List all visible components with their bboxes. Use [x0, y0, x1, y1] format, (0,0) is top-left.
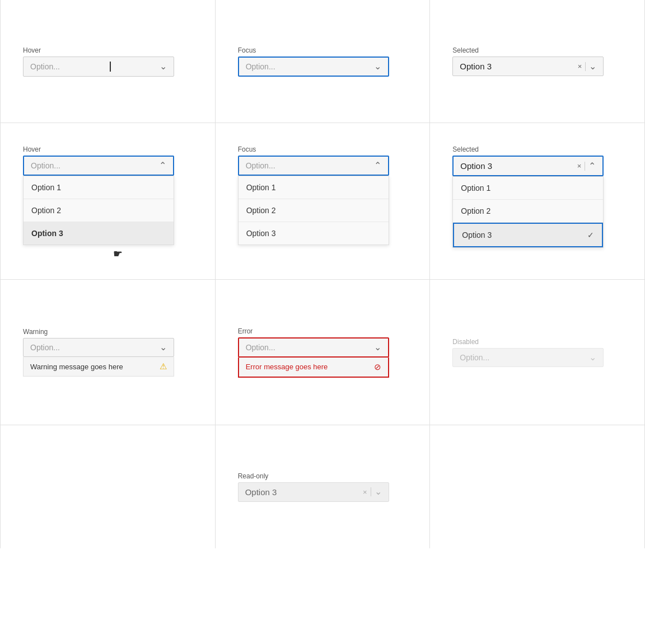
text-cursor	[110, 62, 111, 72]
chevron-down-icon[interactable]	[374, 62, 381, 71]
focus-option-2[interactable]: Option 2	[239, 199, 389, 222]
error-message-bar: Error message goes here	[238, 358, 389, 378]
selected-open-value: Option 3	[460, 161, 492, 171]
focus-open-wrapper: Focus Option... Option 1 Option 2 Option…	[238, 145, 389, 245]
hover-open-menu: Option 1 Option 2 Option 3 ☛	[23, 176, 174, 245]
error-message-text: Error message goes here	[246, 363, 328, 371]
hover-open-label: Hover	[23, 145, 174, 153]
readonly-label: Read-only	[238, 472, 389, 480]
warning-message-text: Warning message goes here	[30, 363, 123, 371]
hover-open-wrapper: Hover Option... Option 1 Option 2 Option…	[23, 145, 174, 245]
selected-option-2[interactable]: Option 2	[453, 200, 603, 223]
warning-message-bar: Warning message goes here	[23, 357, 174, 377]
hand-cursor-icon: ☛	[113, 248, 122, 260]
hover-open-placeholder: Option...	[31, 161, 60, 170]
readonly-dropdown-box: Option 3 ×	[238, 482, 389, 502]
chevron-down-icon	[589, 353, 596, 362]
selected-open-box[interactable]: Option 3 ×	[452, 156, 604, 176]
chevron-down-icon[interactable]	[374, 343, 381, 352]
focus-dropdown-box[interactable]: Option...	[238, 57, 389, 77]
warning-icon	[160, 361, 167, 372]
selected-open-controls: ×	[577, 162, 596, 171]
cell-empty-left	[1, 425, 216, 548]
chevron-up-icon[interactable]	[374, 161, 381, 170]
checkmark-icon	[587, 231, 594, 239]
chevron-down-icon[interactable]	[160, 62, 167, 71]
error-dropdown-box[interactable]: Option...	[238, 337, 389, 358]
cell-readonly: Read-only Option 3 ×	[216, 425, 431, 548]
disabled-placeholder: Option...	[460, 353, 489, 362]
focus-open-placeholder: Option...	[246, 161, 275, 170]
hover-open-box[interactable]: Option...	[23, 156, 174, 176]
readonly-wrapper: Read-only Option 3 ×	[238, 472, 389, 502]
warning-dropdown-box[interactable]: Option...	[23, 338, 174, 357]
separator	[585, 62, 586, 71]
cell-hover-closed: Hover Option...	[1, 0, 216, 123]
warning-wrapper: Warning Option... Warning message goes h…	[23, 328, 174, 377]
focus-placeholder: Option...	[246, 62, 275, 71]
option-item-3-hovered[interactable]: Option 3 ☛	[24, 222, 174, 245]
disabled-label: Disabled	[452, 338, 604, 346]
focus-option-1[interactable]: Option 1	[239, 176, 389, 199]
selected-label: Selected	[452, 46, 604, 54]
selected-open-label: Selected	[452, 145, 604, 153]
hover-dropdown-box[interactable]: Option...	[23, 57, 174, 77]
focus-option-3[interactable]: Option 3	[239, 222, 389, 245]
separator	[585, 162, 585, 171]
cell-disabled: Disabled Option...	[430, 280, 645, 425]
warning-label: Warning	[23, 328, 174, 336]
clear-icon[interactable]: ×	[577, 162, 582, 170]
warning-placeholder: Option...	[30, 343, 60, 352]
disabled-dropdown-box: Option...	[452, 348, 604, 367]
cell-focus-closed: Focus Option...	[216, 0, 431, 123]
cell-selected-closed: Selected Option 3 ×	[430, 0, 645, 123]
cell-selected-open: Selected Option 3 × Option 1 Option 2 Op…	[430, 123, 645, 280]
cell-warning: Warning Option... Warning message goes h…	[1, 280, 216, 425]
clear-icon[interactable]: ×	[578, 62, 582, 70]
cell-focus-open: Focus Option... Option 1 Option 2 Option…	[216, 123, 431, 280]
hover-placeholder: Option...	[30, 62, 60, 71]
selected-dropdown-box[interactable]: Option 3 ×	[452, 57, 604, 76]
focus-dropdown-wrapper: Focus Option...	[238, 46, 389, 77]
error-icon	[374, 362, 381, 372]
selected-option-3[interactable]: Option 3	[453, 223, 603, 247]
error-label: Error	[238, 327, 389, 335]
hover-dropdown-wrapper: Hover Option...	[23, 46, 174, 77]
separator	[371, 487, 371, 496]
clear-icon: ×	[363, 488, 367, 496]
chevron-down-icon	[375, 487, 382, 496]
error-wrapper: Error Option... Error message goes here	[238, 327, 389, 378]
selected-controls: ×	[578, 62, 597, 71]
error-placeholder: Option...	[246, 343, 275, 352]
selected-option-1[interactable]: Option 1	[453, 177, 603, 200]
chevron-up-icon[interactable]	[159, 161, 166, 170]
focus-open-label: Focus	[238, 145, 389, 153]
focus-open-box[interactable]: Option...	[238, 156, 389, 176]
readonly-value: Option 3	[245, 487, 277, 497]
hover-label: Hover	[23, 46, 174, 54]
selected-value: Option 3	[460, 62, 492, 71]
chevron-down-icon[interactable]	[160, 343, 167, 352]
selected-open-wrapper: Selected Option 3 × Option 1 Option 2 Op…	[452, 145, 604, 248]
component-grid: Hover Option... Focus Option... Selected…	[0, 0, 645, 548]
cell-empty-right	[430, 425, 645, 548]
chevron-up-icon[interactable]	[588, 162, 596, 171]
selected-open-menu: Option 1 Option 2 Option 3	[452, 176, 604, 248]
disabled-wrapper: Disabled Option...	[452, 338, 604, 367]
cell-hover-open: Hover Option... Option 1 Option 2 Option…	[1, 123, 216, 280]
focus-label: Focus	[238, 46, 389, 54]
option-item-2[interactable]: Option 2	[24, 199, 174, 222]
chevron-down-icon[interactable]	[589, 62, 596, 71]
focus-open-menu: Option 1 Option 2 Option 3	[238, 176, 389, 245]
cell-error: Error Option... Error message goes here	[216, 280, 431, 425]
readonly-controls: ×	[363, 487, 382, 496]
option-item-1[interactable]: Option 1	[24, 176, 174, 199]
selected-dropdown-wrapper: Selected Option 3 ×	[452, 46, 604, 76]
